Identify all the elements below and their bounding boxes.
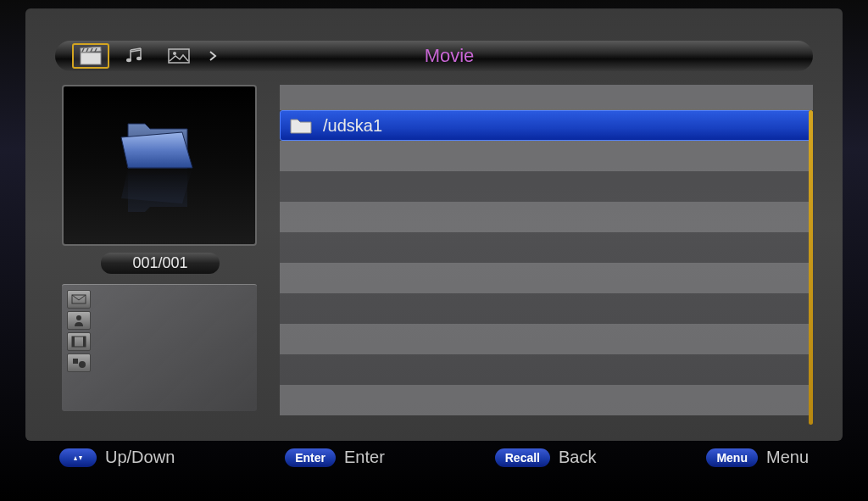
list-row [280,263,813,293]
photo-icon [167,47,191,65]
menu-label: Menu [766,448,809,467]
filter-shapes[interactable] [67,353,91,372]
bottom-hint-bar: Up/Down Enter Enter Recall Back Menu Men… [59,448,809,467]
svg-point-6 [126,58,131,62]
list-item-selected[interactable]: /udska1 [280,110,813,141]
scrollbar[interactable] [809,110,813,425]
list-row [280,171,813,202]
list-row [280,324,813,354]
filter-film[interactable] [67,332,91,351]
updown-icon [70,453,86,463]
back-label: Back [559,448,596,467]
person-icon [72,314,86,327]
svg-point-11 [76,315,81,320]
list-item-label: /udska1 [323,116,382,136]
svg-point-7 [136,57,142,60]
list-row [280,232,813,263]
svg-marker-17 [74,456,77,460]
svg-rect-14 [83,337,86,347]
page-title: Movie [221,45,677,67]
scroll-thumb[interactable] [809,110,813,425]
list-row [280,354,813,385]
envelope-icon [71,294,86,304]
folder-icon [289,116,313,135]
media-tabs [72,43,221,69]
tab-music[interactable] [116,43,153,69]
music-note-icon [124,47,146,65]
folder-preview-icon [104,109,214,222]
page-counter: 001/001 [101,253,220,274]
left-panel: 001/001 [55,85,259,425]
list-row [280,202,813,232]
list-row [280,293,813,324]
shapes-icon [71,357,86,369]
filter-envelope[interactable] [67,290,91,309]
tab-photo[interactable] [160,43,198,69]
svg-rect-0 [81,53,101,64]
svg-marker-18 [79,456,82,460]
updown-label: Up/Down [105,448,175,467]
enter-pill: Enter [285,448,336,467]
svg-rect-8 [169,49,189,63]
clapperboard-icon [79,47,103,65]
recall-pill: Recall [495,448,550,467]
file-list: /udska1 [280,85,813,425]
tab-more[interactable] [204,43,221,69]
filter-person[interactable] [67,311,91,330]
svg-point-9 [173,52,176,55]
svg-rect-13 [72,337,75,347]
enter-label: Enter [344,448,385,467]
svg-rect-15 [73,359,78,364]
header-bar: Movie [55,41,813,71]
svg-point-16 [79,361,86,368]
list-row [280,85,813,110]
preview-box [62,85,257,246]
filter-panel [62,284,257,411]
tab-movie[interactable] [72,43,109,69]
list-row [280,385,813,415]
chevron-right-icon [209,50,217,62]
list-row [280,141,813,171]
menu-pill: Menu [706,448,758,467]
film-icon [71,336,86,348]
content-area: 001/001 [55,85,813,425]
updown-pill [59,448,97,467]
